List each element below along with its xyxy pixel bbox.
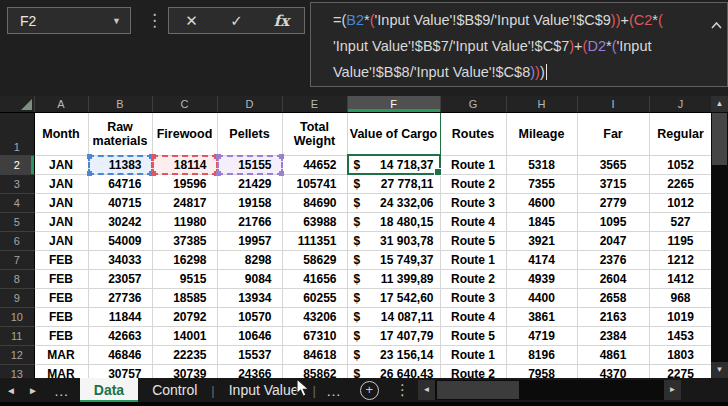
cell-A13[interactable]: MAR	[34, 364, 88, 378]
row-header-4[interactable]: 4	[0, 193, 34, 212]
cell-I2[interactable]: 3565	[577, 155, 649, 174]
tab-nav-left-icon[interactable]: ◄	[0, 385, 22, 396]
cell-H11[interactable]: 4719	[506, 326, 577, 345]
collapse-formula-bar-icon[interactable]	[711, 15, 722, 33]
cell-A6[interactable]: JAN	[34, 231, 88, 250]
cell-H6[interactable]: 3921	[506, 231, 577, 250]
cell-B2[interactable]: 11383	[88, 155, 152, 174]
cell-F12[interactable]: $23 156,14	[347, 345, 440, 364]
column-header-A[interactable]: A	[34, 96, 88, 112]
cell-A8[interactable]: FEB	[34, 269, 88, 288]
worksheet-grid[interactable]: ABCDEFGHIJ1MonthRaw materialsFirewoodPel…	[0, 96, 712, 378]
cell-F13[interactable]: $26 640,43	[347, 364, 440, 378]
cell-J10[interactable]: 1019	[649, 307, 712, 326]
cell-E13[interactable]: 85862	[282, 364, 347, 378]
cell-A3[interactable]: JAN	[34, 174, 88, 193]
cell-J2[interactable]: 1052	[649, 155, 712, 174]
cell-D7[interactable]: 8298	[217, 250, 282, 269]
row-header-13[interactable]: 13	[0, 364, 34, 378]
cell-A5[interactable]: JAN	[34, 212, 88, 231]
cell-C5[interactable]: 11980	[152, 212, 217, 231]
tab-overflow-left[interactable]: …	[44, 382, 80, 399]
cell-B5[interactable]: 30242	[88, 212, 152, 231]
cell-A7[interactable]: FEB	[34, 250, 88, 269]
cell-C3[interactable]: 19596	[152, 174, 217, 193]
cell-J4[interactable]: 1012	[649, 193, 712, 212]
cell-C10[interactable]: 20792	[152, 307, 217, 326]
cell-D6[interactable]: 19957	[217, 231, 282, 250]
cell-A11[interactable]: FEB	[34, 326, 88, 345]
cell-I5[interactable]: 1095	[577, 212, 649, 231]
row-header-11[interactable]: 11	[0, 326, 34, 345]
cell-D1[interactable]: Pellets	[217, 112, 282, 155]
cell-I10[interactable]: 2163	[577, 307, 649, 326]
cell-E12[interactable]: 84618	[282, 345, 347, 364]
cell-F2[interactable]: $14 718,37	[347, 155, 440, 174]
cell-D2[interactable]: 15155	[217, 155, 282, 174]
sheet-tab-data[interactable]: Data	[80, 378, 138, 402]
cell-J6[interactable]: 1195	[649, 231, 712, 250]
name-box-dropdown-icon[interactable]: ▼	[112, 16, 130, 26]
cell-C2[interactable]: 18114	[152, 155, 217, 174]
column-header-D[interactable]: D	[217, 96, 282, 112]
horizontal-scrollbar[interactable]: ◄ ►	[418, 380, 681, 400]
cell-B11[interactable]: 42663	[88, 326, 152, 345]
cell-E2[interactable]: 44652	[282, 155, 347, 174]
cell-B9[interactable]: 27736	[88, 288, 152, 307]
row-header-12[interactable]: 12	[0, 345, 34, 364]
cell-I6[interactable]: 2047	[577, 231, 649, 250]
cell-F8[interactable]: $11 399,89	[347, 269, 440, 288]
cell-E7[interactable]: 58629	[282, 250, 347, 269]
cell-J8[interactable]: 1412	[649, 269, 712, 288]
cell-I12[interactable]: 4861	[577, 345, 649, 364]
cell-G4[interactable]: Route 3	[440, 193, 506, 212]
cell-I7[interactable]: 2376	[577, 250, 649, 269]
select-all-corner[interactable]	[0, 96, 34, 112]
cell-B12[interactable]: 46846	[88, 345, 152, 364]
row-header-10[interactable]: 10	[0, 307, 34, 326]
cell-B3[interactable]: 64716	[88, 174, 152, 193]
cell-E8[interactable]: 41656	[282, 269, 347, 288]
cell-D11[interactable]: 10646	[217, 326, 282, 345]
cell-J1[interactable]: Regular	[649, 112, 712, 155]
cell-I1[interactable]: Far	[577, 112, 649, 155]
insert-function-icon[interactable]: fx	[267, 12, 297, 30]
cell-D8[interactable]: 9084	[217, 269, 282, 288]
cell-B6[interactable]: 54009	[88, 231, 152, 250]
cell-F5[interactable]: $18 480,15	[347, 212, 440, 231]
scroll-right-icon[interactable]: ►	[664, 380, 681, 400]
cell-H7[interactable]: 4174	[506, 250, 577, 269]
cell-D9[interactable]: 13934	[217, 288, 282, 307]
cell-E5[interactable]: 63988	[282, 212, 347, 231]
cell-H2[interactable]: 5318	[506, 155, 577, 174]
cell-I13[interactable]: 4370	[577, 364, 649, 378]
cell-C11[interactable]: 14001	[152, 326, 217, 345]
enter-icon[interactable]: ✓	[222, 12, 252, 30]
cell-I3[interactable]: 3715	[577, 174, 649, 193]
cell-D5[interactable]: 21766	[217, 212, 282, 231]
row-header-5[interactable]: 5	[0, 212, 34, 231]
row-header-3[interactable]: 3	[0, 174, 34, 193]
cell-F10[interactable]: $14 087,11	[347, 307, 440, 326]
cell-D3[interactable]: 21429	[217, 174, 282, 193]
cell-F1[interactable]: Value of Cargo	[347, 112, 440, 155]
cell-H3[interactable]: 7355	[506, 174, 577, 193]
cell-A10[interactable]: FEB	[34, 307, 88, 326]
cell-H10[interactable]: 3861	[506, 307, 577, 326]
row-header-9[interactable]: 9	[0, 288, 34, 307]
cell-B8[interactable]: 23057	[88, 269, 152, 288]
tab-overflow-right[interactable]: …	[316, 382, 352, 399]
cell-C8[interactable]: 9515	[152, 269, 217, 288]
cancel-icon[interactable]: ✕	[177, 12, 207, 30]
tab-nav-right-icon[interactable]: ►	[22, 385, 44, 396]
sheet-tab-input-value[interactable]: Input Value	[215, 378, 313, 402]
cell-F6[interactable]: $31 903,78	[347, 231, 440, 250]
formula-bar[interactable]: =(B2*('Input Value'!$B$9/'Input Value'!$…	[310, 2, 728, 87]
scroll-down-icon[interactable]: ▼	[711, 362, 728, 378]
cell-B4[interactable]: 40715	[88, 193, 152, 212]
sheet-tab-control[interactable]: Control	[138, 378, 211, 402]
cell-B1[interactable]: Raw materials	[88, 112, 152, 155]
cell-A12[interactable]: MAR	[34, 345, 88, 364]
cell-F4[interactable]: $24 332,06	[347, 193, 440, 212]
cell-C4[interactable]: 24817	[152, 193, 217, 212]
